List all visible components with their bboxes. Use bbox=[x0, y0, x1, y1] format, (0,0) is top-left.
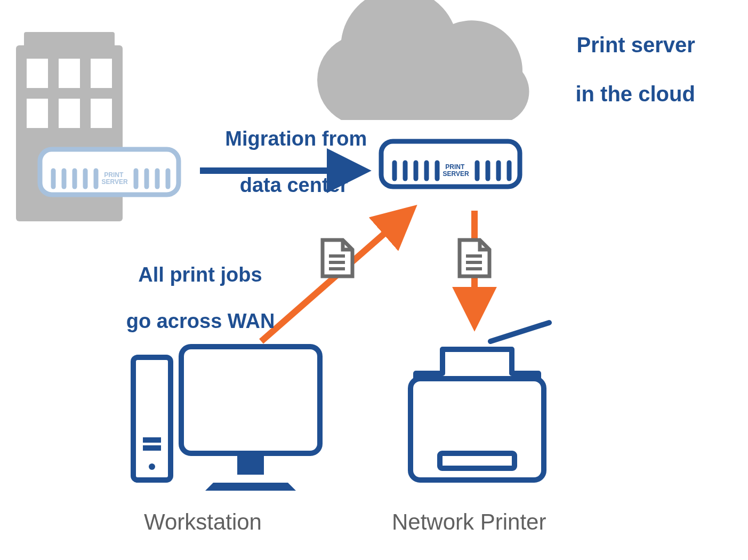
cloud-icon bbox=[317, 0, 529, 120]
server-badge-cloud: PRINT SERVER bbox=[443, 163, 469, 178]
document-icon-down bbox=[460, 240, 489, 276]
svg-rect-38 bbox=[181, 347, 320, 453]
print-server-old-icon: PRINT SERVER bbox=[40, 149, 179, 195]
wan-line2: go across WAN bbox=[126, 310, 275, 332]
svg-rect-6 bbox=[59, 99, 80, 128]
cloud-title-line2: in the cloud bbox=[575, 82, 695, 106]
svg-rect-2 bbox=[27, 59, 48, 88]
cloud-title-line1: Print server bbox=[577, 33, 695, 57]
migration-line2: data center bbox=[240, 174, 348, 196]
diagram-stage: PRINT SERVER PRINT SERVER bbox=[0, 0, 748, 560]
workstation-label: Workstation bbox=[144, 509, 262, 535]
wan-line1: All print jobs bbox=[138, 263, 262, 286]
server-badge-old: PRINT SERVER bbox=[101, 171, 127, 186]
svg-rect-42 bbox=[440, 453, 514, 468]
svg-point-35 bbox=[149, 463, 155, 470]
svg-rect-3 bbox=[59, 59, 80, 88]
svg-rect-7 bbox=[91, 99, 112, 128]
document-icon-up bbox=[323, 240, 352, 276]
svg-rect-34 bbox=[133, 357, 171, 480]
workstation-icon bbox=[133, 347, 320, 491]
cloud-title: Print server in the cloud bbox=[552, 8, 695, 131]
svg-rect-5 bbox=[27, 99, 48, 128]
print-server-cloud-icon: PRINT SERVER bbox=[381, 141, 520, 187]
svg-line-40 bbox=[490, 323, 549, 341]
svg-rect-41 bbox=[411, 379, 544, 480]
migration-line1: Migration from bbox=[225, 127, 367, 150]
network-printer-icon bbox=[411, 323, 549, 480]
svg-rect-39 bbox=[237, 456, 264, 475]
printer-label: Network Printer bbox=[392, 509, 546, 535]
svg-rect-4 bbox=[91, 59, 112, 88]
svg-rect-1 bbox=[24, 32, 115, 48]
wan-label: All print jobs go across WAN bbox=[99, 240, 280, 356]
migration-label: Migration from data center bbox=[203, 104, 363, 220]
